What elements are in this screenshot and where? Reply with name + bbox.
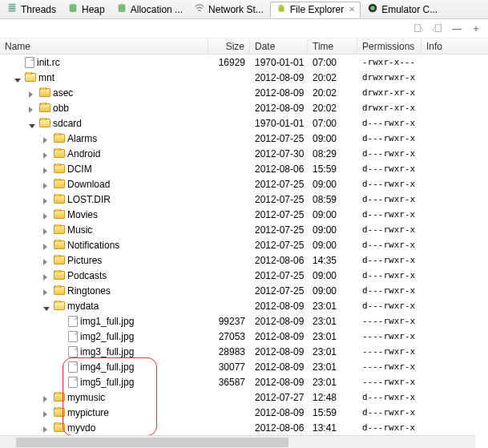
expand-arrow-icon[interactable] (43, 135, 51, 143)
expand-arrow-icon[interactable] (43, 424, 51, 432)
item-permissions: d---rwxr-x (357, 224, 421, 235)
expand-arrow-icon[interactable] (43, 256, 51, 264)
toolbar: — + (0, 19, 488, 38)
item-date: 2012-08-09 (250, 301, 308, 312)
folder-icon (54, 393, 65, 402)
tab-label: Network St... (208, 4, 264, 15)
item-name: mnt (38, 72, 54, 83)
expand-arrow-icon[interactable] (29, 119, 37, 127)
expand-arrow-icon[interactable] (43, 226, 51, 234)
tree-row[interactable]: img1_full.jpg992372012-08-0923:01----rwx… (0, 313, 488, 329)
tree-row[interactable]: img2_full.jpg270532012-08-0923:01----rwx… (0, 329, 488, 344)
tree-row[interactable]: Alarms2012-07-2509:00d---rwxr-x (0, 131, 488, 146)
tree-row[interactable]: mypicture2012-08-0915:59d---rwxr-x (0, 405, 488, 420)
header-permissions[interactable]: Permissions (357, 38, 421, 54)
item-time: 12:48 (308, 392, 357, 403)
expand-arrow-icon[interactable] (43, 287, 51, 295)
header-name[interactable]: Name (0, 38, 208, 54)
expand-arrow-icon[interactable] (29, 104, 37, 112)
push-file-button[interactable] (430, 22, 445, 36)
tree-row[interactable]: img3_full.jpg289832012-08-0923:01----rwx… (0, 344, 488, 359)
expand-arrow-icon (58, 378, 66, 386)
tree-row[interactable]: mydata2012-08-0923:01d---rwxr-x (0, 298, 488, 313)
tree-row[interactable]: sdcard1970-01-0107:00d---rwxr-x (0, 115, 488, 131)
tree-row[interactable]: init.rc169291970-01-0107:00-rwxr-x--- (0, 54, 488, 70)
tree-row[interactable]: mymusic2012-07-2712:48d---rwxr-x (0, 389, 488, 405)
folder-icon (54, 149, 65, 158)
item-permissions: d---rwxr-x (357, 194, 421, 204)
item-time: 07:00 (308, 57, 357, 68)
tab-file-explorer[interactable]: File Explorer✕ (270, 2, 361, 18)
tab-heap[interactable]: Heap (63, 2, 110, 18)
item-permissions: ----rwxr-x (357, 346, 421, 357)
item-time: 09:00 (308, 179, 357, 190)
item-name: Download (67, 179, 110, 190)
svg-rect-7 (415, 24, 421, 31)
expand-arrow-icon[interactable] (43, 165, 51, 173)
folder-icon (39, 119, 50, 127)
horizontal-scrollbar[interactable] (0, 435, 475, 448)
tree-row[interactable]: img5_full.jpg365872012-08-0923:01----rwx… (0, 374, 488, 389)
expand-arrow-icon[interactable] (43, 272, 51, 280)
file-icon (68, 346, 78, 357)
expand-arrow-icon[interactable] (43, 302, 51, 310)
expand-arrow-icon[interactable] (29, 89, 37, 97)
expand-arrow-icon[interactable] (43, 409, 51, 417)
tab-emulator-c-[interactable]: Emulator C... (362, 2, 442, 18)
tree-row[interactable]: Podcasts2012-07-2509:00d---rwxr-x (0, 268, 488, 283)
item-time: 09:00 (308, 270, 357, 281)
tree-row[interactable]: obb2012-08-0920:02drwxr-xr-x (0, 100, 488, 115)
item-time: 23:01 (308, 301, 357, 312)
tree-row[interactable]: DCIM2012-08-0615:59d---rwxr-x (0, 161, 488, 176)
tree-row[interactable]: LOST.DIR2012-07-2508:59d---rwxr-x (0, 192, 488, 207)
expand-arrow-icon[interactable] (43, 241, 51, 249)
expand-arrow-icon (14, 59, 22, 67)
tab-allocation-[interactable]: Allocation ... (111, 2, 188, 18)
item-size: 30077 (208, 361, 250, 373)
file-tree[interactable]: init.rc169291970-01-0107:00-rwxr-x---mnt… (0, 54, 488, 439)
item-name: LOST.DIR (67, 194, 111, 205)
item-date: 2012-07-30 (250, 148, 308, 159)
tree-row[interactable]: Download2012-07-2509:00d---rwxr-x (0, 176, 488, 192)
tab-threads[interactable]: Threads (2, 2, 61, 18)
item-time: 09:00 (308, 209, 357, 220)
tree-row[interactable]: Movies2012-07-2509:00d---rwxr-x (0, 207, 488, 222)
item-name: Notifications (67, 240, 119, 251)
folder-icon (54, 164, 65, 173)
tree-row[interactable]: Android2012-07-3008:29d---rwxr-x (0, 146, 488, 161)
item-name: Android (67, 148, 100, 159)
header-time[interactable]: Time (308, 38, 357, 54)
tree-row[interactable]: Notifications2012-07-2509:00d---rwxr-x (0, 237, 488, 252)
tree-row[interactable]: Ringtones2012-07-2509:00d---rwxr-x (0, 283, 488, 298)
add-button[interactable]: + (469, 22, 483, 36)
item-date: 2012-08-09 (250, 72, 308, 83)
item-permissions: ----rwxr-x (357, 316, 421, 326)
item-size: 16929 (208, 57, 250, 68)
pull-file-button[interactable] (411, 22, 425, 36)
expand-arrow-icon[interactable] (43, 211, 51, 219)
tree-row[interactable]: myvdo2012-08-0613:41d---rwxr-x (0, 420, 488, 435)
delete-button[interactable]: — (450, 22, 464, 36)
tree-row[interactable]: Pictures2012-08-0614:35d---rwxr-x (0, 252, 488, 268)
item-date: 2012-07-25 (250, 133, 308, 144)
tree-row[interactable]: img4_full.jpg300772012-08-0923:01----rwx… (0, 359, 488, 374)
expand-arrow-icon[interactable] (43, 196, 51, 204)
header-info[interactable]: Info (421, 38, 488, 54)
tree-row[interactable]: Music2012-07-2509:00d---rwxr-x (0, 222, 488, 237)
tree-row[interactable]: mnt2012-08-0920:02drwxrwxr-x (0, 70, 488, 85)
tree-row[interactable]: asec2012-08-0920:02drwxr-xr-x (0, 85, 488, 100)
expand-arrow-icon[interactable] (14, 74, 22, 82)
item-time: 23:01 (308, 346, 357, 357)
close-icon[interactable]: ✕ (349, 5, 355, 14)
item-permissions: ----rwxr-x (357, 361, 421, 372)
expand-arrow-icon[interactable] (43, 180, 51, 188)
expand-arrow-icon[interactable] (43, 394, 51, 402)
header-size[interactable]: Size (208, 38, 250, 54)
header-date[interactable]: Date (250, 38, 308, 54)
expand-arrow-icon[interactable] (43, 150, 51, 158)
tab-network-st-[interactable]: Network St... (189, 2, 268, 18)
folder-icon (54, 271, 65, 280)
item-name: init.rc (37, 57, 60, 68)
android-icon (276, 2, 287, 16)
item-time: 07:00 (308, 118, 357, 129)
